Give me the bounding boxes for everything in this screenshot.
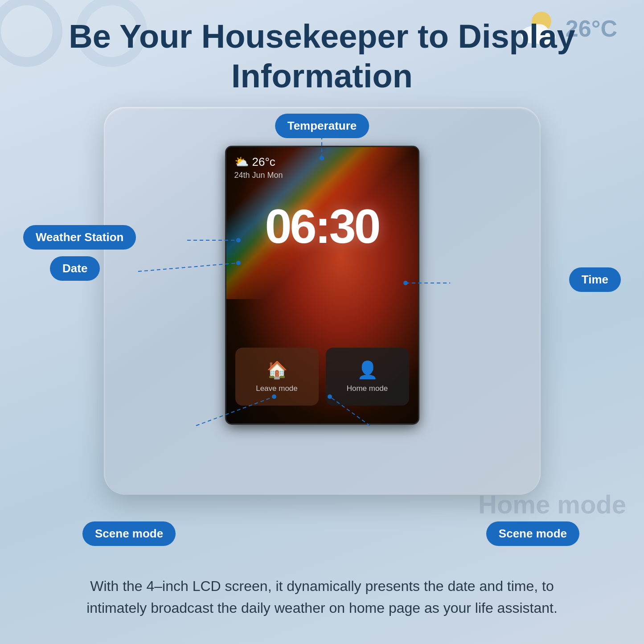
bg-home-mode-watermark: Home mode [478,489,626,519]
screen-time-display: 06:30 [265,198,379,254]
weather-icon: ⛅ [234,155,249,169]
device-screen: ⛅ 26°c 24th Jun Mon 06:30 🏠 Leave mode 👤… [226,147,418,423]
screen-date: 24th Jun Mon [234,171,283,180]
home-mode-label: Home mode [347,384,388,393]
annotation-temperature: Temperature [275,114,369,138]
screen-modes-container: 🏠 Leave mode 👤 Home mode [235,348,409,406]
page-title-block: Be Your Housekeeper to Display Informati… [0,0,644,96]
annotation-time: Time [569,267,621,292]
page-title: Be Your Housekeeper to Display Informati… [0,17,644,96]
home-mode-button[interactable]: 👤 Home mode [326,348,409,406]
device-card: ⛅ 26°c 24th Jun Mon 06:30 🏠 Leave mode 👤… [104,107,541,495]
leave-mode-button[interactable]: 🏠 Leave mode [235,348,319,406]
screen-temperature: 26°c [252,155,275,169]
screen-date-row: 24th Jun Mon [234,171,283,180]
annotation-scene-mode-right: Scene mode [486,521,579,546]
leave-mode-label: Leave mode [256,384,298,393]
leave-mode-icon: 🏠 [267,360,287,380]
home-mode-icon: 👤 [357,360,378,380]
screen-temp-row: ⛅ 26°c [234,155,283,169]
screen-weather-info: ⛅ 26°c 24th Jun Mon [234,155,283,180]
annotation-weather-station: Weather Station [23,225,136,250]
annotation-date: Date [50,256,100,281]
annotation-scene-mode-left: Scene mode [82,521,176,546]
bottom-description: With the 4–inch LCD screen, it dynamical… [77,575,567,619]
